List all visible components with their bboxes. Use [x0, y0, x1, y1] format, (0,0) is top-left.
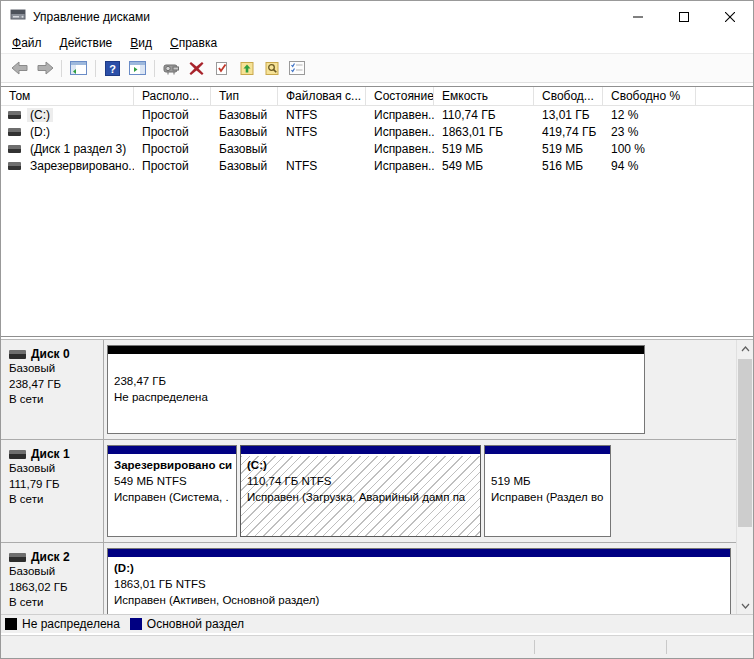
disk-size: 111,79 ГБ [9, 477, 99, 493]
menu-view[interactable]: Вид [121, 34, 161, 52]
folder-search-icon [265, 61, 279, 76]
mark-active-button[interactable] [210, 57, 233, 80]
primary-partition-strip [241, 446, 480, 456]
primary-partition-strip [485, 446, 610, 456]
disk-2-d-partition[interactable]: (D:) 1863,01 ГБ NTFS Исправен (Активен, … [107, 548, 731, 614]
menu-action[interactable]: Действие [51, 34, 122, 52]
scroll-up-icon[interactable] [737, 340, 753, 357]
legend-unallocated-label: Не распределена [22, 617, 120, 631]
back-icon [11, 61, 29, 75]
header-capacity[interactable]: Емкость [434, 87, 534, 105]
close-button[interactable] [707, 1, 753, 32]
volume-icon [8, 145, 21, 153]
action-pane-button[interactable] [126, 57, 149, 80]
action-pane-icon [129, 61, 146, 75]
view-options-button[interactable] [285, 57, 308, 80]
disk-icon [9, 350, 26, 359]
header-layout[interactable]: Располо... [134, 87, 211, 105]
disk-icon [9, 450, 26, 459]
scrollbar-thumb[interactable] [738, 359, 752, 527]
partition-size: 519 МБ [491, 473, 604, 489]
disk-size: 1863,02 ГБ [9, 580, 99, 596]
disk-status: В сети [9, 492, 99, 508]
toolbar-separator [61, 60, 62, 77]
status-bar [1, 635, 753, 658]
help-icon: ? [105, 61, 120, 76]
help-button[interactable]: ? [101, 57, 124, 80]
header-empty [696, 87, 753, 105]
volume-row-disk1-part3[interactable]: (Диск 1 раздел 3) Простой Базовый Исправ… [1, 140, 753, 157]
partition-size: 1863,01 ГБ NTFS [114, 576, 724, 592]
disk-status: В сети [9, 595, 99, 611]
partition-status: Исправен (Раздел во [491, 489, 604, 505]
app-icon [10, 7, 26, 27]
disk-2-label[interactable]: Диск 2 Базовый 1863,02 ГБ В сети [1, 543, 104, 614]
legend-primary-label: Основной раздел [147, 617, 244, 631]
disk-2-partitions-area: (D:) 1863,01 ГБ NTFS Исправен (Активен, … [104, 543, 736, 614]
header-type[interactable]: Тип [211, 87, 278, 105]
disk-0-label[interactable]: Диск 0 Базовый 238,47 ГБ В сети [1, 340, 104, 439]
title-bar: Управление дисками [1, 1, 753, 32]
forward-button[interactable] [33, 57, 56, 80]
volume-icon [8, 128, 21, 136]
primary-partition-strip [108, 446, 236, 456]
header-volume[interactable]: Том [1, 87, 134, 105]
checklist-icon [289, 61, 305, 75]
disk-type: Базовый [9, 564, 99, 580]
disk-1-recovery-partition[interactable]: 519 МБ Исправен (Раздел во [484, 445, 611, 537]
partition-status: Исправен (Система, . [114, 489, 230, 505]
disk-2-row: Диск 2 Базовый 1863,02 ГБ В сети (D:) 18… [1, 543, 736, 614]
maximize-button[interactable] [661, 1, 707, 32]
disk-icon [9, 553, 26, 562]
legend-bar: Не распределена Основной раздел [1, 614, 753, 633]
status-bar-divider [666, 640, 667, 654]
partition-status: Не распределена [114, 389, 638, 405]
graphical-view-pane: Диск 0 Базовый 238,47 ГБ В сети 238,47 Г… [1, 339, 753, 633]
header-free[interactable]: Свобод... [534, 87, 603, 105]
open-folder-button[interactable] [235, 57, 258, 80]
delete-icon [189, 61, 204, 76]
menu-file[interactable]: Файл [3, 34, 51, 52]
header-free-percent[interactable]: Свободно % [603, 87, 696, 105]
disk-type: Базовый [9, 461, 99, 477]
toolbar-separator [154, 60, 155, 77]
disk-management-window: Управление дисками Файл Действие Вид Спр… [0, 0, 754, 659]
unallocated-swatch [5, 618, 17, 630]
partition-size: 238,47 ГБ [114, 373, 638, 389]
check-document-icon [215, 61, 229, 76]
primary-partition-swatch [130, 618, 142, 630]
menu-help[interactable]: Справка [161, 34, 226, 52]
primary-partition-strip [108, 549, 730, 559]
minimize-button[interactable] [615, 1, 661, 32]
vertical-scrollbar[interactable] [736, 340, 753, 614]
header-filesystem[interactable]: Файловая с... [278, 87, 366, 105]
volume-row-reserved[interactable]: Зарезервировано... Простой Базовый NTFS … [1, 157, 753, 174]
header-status[interactable]: Состояние [366, 87, 434, 105]
disk-status: В сети [9, 392, 99, 408]
forward-icon [36, 61, 54, 75]
window-title: Управление дисками [33, 10, 150, 24]
disk-1-label[interactable]: Диск 1 Базовый 111,79 ГБ В сети [1, 440, 104, 542]
volume-list-empty-area [1, 174, 753, 336]
partition-size: 549 МБ NTFS [114, 473, 230, 489]
explore-folder-button[interactable] [260, 57, 283, 80]
back-button[interactable] [8, 57, 31, 80]
scroll-down-icon[interactable] [737, 597, 753, 614]
disk-1-c-partition[interactable]: (C:) 110,74 ГБ NTFS Исправен (Загрузка, … [240, 445, 481, 537]
properties-button[interactable] [160, 57, 183, 80]
volume-icon [8, 111, 21, 119]
partition-status: Исправен (Активен, Основной раздел) [114, 592, 724, 608]
disk-size: 238,47 ГБ [9, 377, 99, 393]
disk-0-unallocated-partition[interactable]: 238,47 ГБ Не распределена [107, 345, 645, 434]
disk-0-partitions-area: 238,47 ГБ Не распределена [104, 340, 736, 439]
console-tree-icon [70, 61, 87, 75]
disk-1-system-reserved-partition[interactable]: Зарезервировано си 549 МБ NTFS Исправен … [107, 445, 237, 537]
properties-device-icon [163, 62, 181, 75]
volume-list-pane: Том Располо... Тип Файловая с... Состоян… [1, 86, 753, 337]
volume-row-c[interactable]: (C:) Простой Базовый NTFS Исправен... 11… [1, 106, 753, 123]
toolbar-separator [95, 60, 96, 77]
volume-row-d[interactable]: (D:) Простой Базовый NTFS Исправен... 18… [1, 123, 753, 140]
console-tree-button[interactable] [67, 57, 90, 80]
delete-volume-button[interactable] [185, 57, 208, 80]
partition-status: Исправен (Загрузка, Аварийный дамп па [247, 489, 474, 505]
